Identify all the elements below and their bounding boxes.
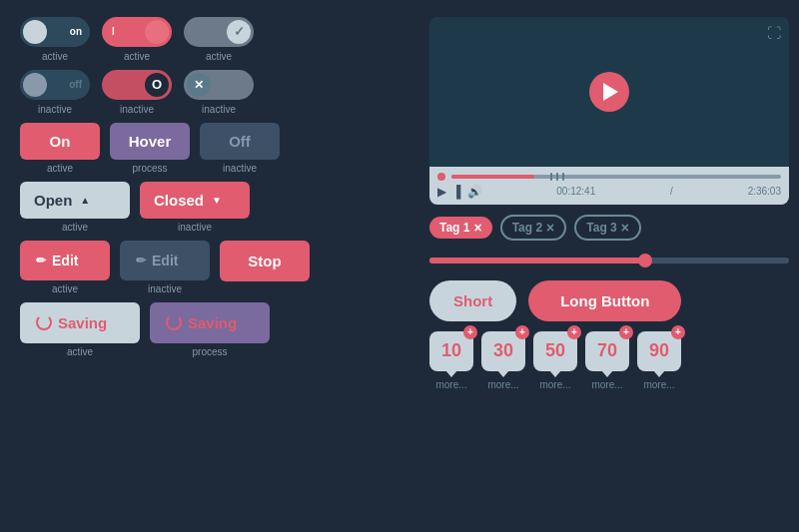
btn-label: inactive <box>223 163 257 174</box>
btn-label: active <box>62 222 88 233</box>
notification-row: + 10 more... + 30 more... + 50 more... <box>429 331 789 390</box>
saving-process-group: Saving process <box>150 302 270 357</box>
notif-balloon[interactable]: + 30 <box>481 331 525 371</box>
tag-close-icon[interactable]: × <box>621 221 629 235</box>
toggle-knob: ✕ <box>187 73 211 97</box>
tag-2[interactable]: Tag 2 × <box>500 215 567 241</box>
controls-bar: ▶ ▐ 🔊 00:12:41 / 2:36:03 <box>437 185 781 199</box>
tag-close-icon[interactable]: × <box>546 221 554 235</box>
progress-marker <box>556 173 558 181</box>
toggle-x[interactable]: ✕ <box>184 70 254 100</box>
tag-label: Tag 3 <box>586 221 616 235</box>
toggle-group-off-teal: off inactive <box>20 70 90 115</box>
toggle-label: active <box>206 51 232 62</box>
progress-markers <box>550 173 564 181</box>
dropdown-arrow: ▼ <box>212 195 222 206</box>
tags-row: Tag 1 × Tag 2 × Tag 3 × <box>429 215 789 241</box>
closed-dropdown[interactable]: Closed ▼ <box>140 182 250 219</box>
main-container: on active I active ✓ active <box>20 17 779 516</box>
saving-active-button[interactable]: Saving <box>20 302 140 343</box>
time-separator: / <box>670 186 673 197</box>
stop-group: Stop <box>220 241 310 284</box>
progress-dot <box>437 173 445 181</box>
fullscreen-icon[interactable]: ⛶ <box>767 25 781 41</box>
slider-row <box>429 251 789 270</box>
notif-count: 10 <box>441 340 461 361</box>
notif-balloon[interactable]: + 50 <box>533 331 577 371</box>
toggle-on-pink[interactable]: I <box>102 17 172 47</box>
progress-track[interactable] <box>451 175 781 179</box>
tag-3[interactable]: Tag 3 × <box>574 215 641 241</box>
play-ctrl-icon[interactable]: ▶ <box>437 185 446 199</box>
toggle-label: active <box>124 51 150 62</box>
progress-fill <box>451 175 534 179</box>
toggle-check[interactable]: ✓ <box>184 17 254 47</box>
notif-count: 50 <box>545 340 565 361</box>
dropdown-closed-group: Closed ▼ inactive <box>140 182 250 233</box>
slider-thumb[interactable] <box>638 254 652 267</box>
pencil-icon: ✏ <box>36 254 46 267</box>
notif-more: more... <box>487 379 518 390</box>
edit-active-button[interactable]: ✏ Edit <box>20 241 110 280</box>
play-button[interactable] <box>589 72 629 112</box>
long-button[interactable]: Long Button <box>528 280 681 321</box>
time-display: 00:12:41 <box>556 186 595 197</box>
progress-bar <box>437 173 781 181</box>
notif-count: 30 <box>493 340 513 361</box>
dropdown-arrow: ▲ <box>80 195 90 206</box>
notif-balloon[interactable]: + 10 <box>429 331 473 371</box>
toggle-group-off-pink: O inactive <box>102 70 172 115</box>
toggle-off-teal[interactable]: off <box>20 70 90 100</box>
notif-more: more... <box>591 379 622 390</box>
edit-row: ✏ Edit active ✏ Edit inactive Stop <box>20 241 419 294</box>
btn-group-off: Off inactive <box>200 123 280 174</box>
progress-marker <box>550 173 552 181</box>
saving-process-button[interactable]: Saving <box>150 302 270 343</box>
speaker-icon[interactable]: 🔊 <box>467 185 482 199</box>
right-panel: ⛶ ▶ <box>429 17 789 516</box>
toggle-group-off-x: ✕ inactive <box>184 70 254 115</box>
time-total: 2:36:03 <box>748 186 781 197</box>
notif-10: + 10 more... <box>429 331 473 390</box>
tag-close-icon[interactable]: × <box>473 221 481 235</box>
notif-balloon[interactable]: + 70 <box>585 331 629 371</box>
notif-70: + 70 more... <box>585 331 629 390</box>
btn-group-on: On active <box>20 123 100 174</box>
btn-label: active <box>52 283 78 294</box>
toggle-group-on-teal: on active <box>20 17 90 62</box>
toggle-group-on-pink: I active <box>102 17 172 62</box>
toggle-knob <box>23 73 47 97</box>
plus-icon: + <box>515 325 529 339</box>
saving-active-group: Saving active <box>20 302 140 357</box>
toggle-knob <box>145 20 169 44</box>
btn-label: process <box>192 346 227 357</box>
plus-icon: + <box>619 325 633 339</box>
btn-label: inactive <box>178 222 212 233</box>
stop-button[interactable]: Stop <box>220 241 310 281</box>
dropdown-label: Open <box>34 192 72 209</box>
volume-icon[interactable]: ▐ <box>452 185 461 199</box>
toggle-label: inactive <box>38 104 72 115</box>
toggle-knob: ✓ <box>227 20 251 44</box>
notif-balloon[interactable]: + 90 <box>637 331 681 371</box>
toggle-off-pink[interactable]: O <box>102 70 172 100</box>
toggle-text: I <box>112 26 115 37</box>
pill-row: Short Long Button <box>429 280 789 321</box>
on-button[interactable]: On <box>20 123 100 160</box>
short-button[interactable]: Short <box>429 280 516 321</box>
tag-label: Tag 1 <box>439 221 469 235</box>
open-dropdown[interactable]: Open ▲ <box>20 182 130 219</box>
plus-icon: + <box>463 325 477 339</box>
tag-1[interactable]: Tag 1 × <box>429 217 492 239</box>
video-controls: ▶ ▐ 🔊 00:12:41 / 2:36:03 <box>429 167 789 205</box>
hover-button[interactable]: Hover <box>110 123 190 160</box>
toggle-on-teal[interactable]: on <box>20 17 90 47</box>
progress-marker <box>562 173 564 181</box>
notif-count: 70 <box>597 340 617 361</box>
edit-label: Edit <box>152 253 178 268</box>
pencil-icon: ✏ <box>136 254 146 267</box>
toggle-label: active <box>42 51 68 62</box>
off-button[interactable]: Off <box>200 123 280 160</box>
saving-spinner-icon <box>166 314 182 330</box>
edit-inactive-button[interactable]: ✏ Edit <box>120 241 210 280</box>
